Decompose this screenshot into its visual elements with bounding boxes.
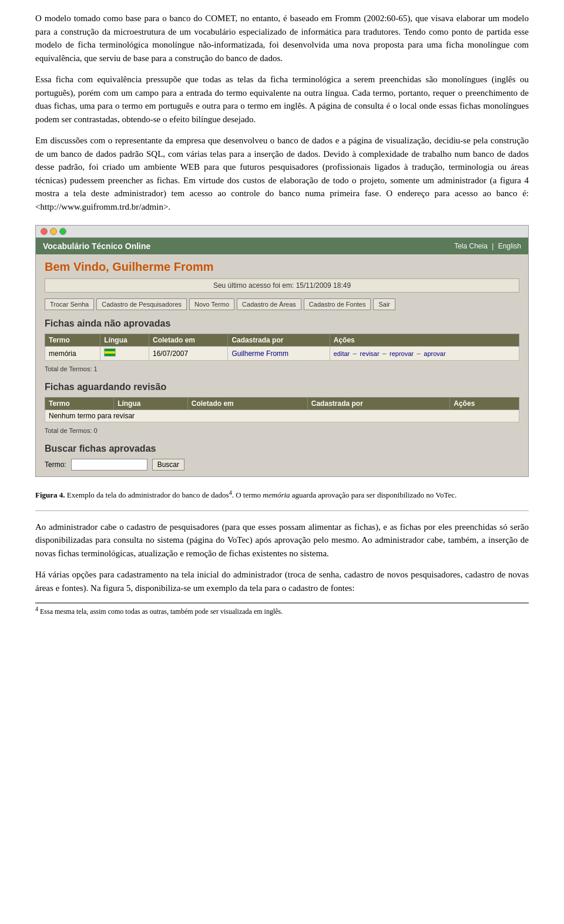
- col-termo: Termo: [45, 398, 114, 410]
- figure-caption: Figura 4. Exemplo da tela do administrad…: [35, 489, 529, 501]
- novo-termo-button[interactable]: Novo Termo: [189, 298, 234, 310]
- reprovar-link[interactable]: reprovar: [390, 350, 414, 357]
- paragraph-after-1: Ao administrador cabe o cadastro de pesq…: [35, 520, 529, 560]
- cadastro-pesquisadores-button[interactable]: Cadastro de Pesquisadores: [96, 298, 187, 310]
- cell-termo: memória: [45, 347, 100, 361]
- header-links: Tela Cheia | English: [454, 242, 521, 250]
- buscar-button[interactable]: Buscar: [152, 459, 184, 471]
- paragraph-2: Essa ficha com equivalência pressupõe qu…: [35, 73, 529, 126]
- flag-brazil-icon: [104, 348, 116, 357]
- fichas-nao-aprovadas-table: Termo Língua Coletado em Cadastrada por …: [45, 334, 519, 361]
- aprovar-link[interactable]: aprovar: [424, 350, 445, 357]
- cell-no-terms: Nenhum termo para revisar: [45, 410, 519, 422]
- buscar-row: Termo: Buscar: [45, 459, 519, 471]
- figure-italic-term: memória: [263, 490, 290, 499]
- divider: [35, 510, 529, 511]
- action-sep-1: –: [353, 350, 359, 358]
- footnote-content: Essa mesma tela, assim como todas as out…: [40, 607, 283, 616]
- col-acoes: Ações: [330, 334, 519, 347]
- maximize-window-btn[interactable]: [59, 228, 66, 235]
- section1-title: Fichas ainda não aprovadas: [45, 318, 519, 329]
- main-text-after: Ao administrador cabe o cadastro de pesq…: [35, 520, 529, 595]
- col-lingua: Língua: [100, 334, 149, 347]
- buscar-input[interactable]: [71, 459, 147, 471]
- table-row: Nenhum termo para revisar: [45, 410, 519, 422]
- site-header: Vocabulário Técnico Online Tela Cheia | …: [36, 238, 528, 254]
- window-controls: [41, 228, 66, 235]
- english-link[interactable]: English: [498, 242, 521, 250]
- col-acoes: Ações: [450, 398, 519, 410]
- section1-total: Total de Termos: 1: [45, 364, 519, 374]
- editar-link[interactable]: editar: [334, 350, 350, 357]
- site-title: Vocabulário Técnico Online: [43, 241, 150, 251]
- browser-titlebar: [36, 226, 528, 238]
- browser-content: Vocabulário Técnico Online Tela Cheia | …: [36, 238, 528, 476]
- buscar-label: Termo:: [45, 461, 66, 469]
- cell-coletado: 16/07/2007: [149, 347, 228, 361]
- tela-cheia-link[interactable]: Tela Cheia: [454, 242, 488, 250]
- cell-cadastrada: Guilherme Fromm: [228, 347, 330, 361]
- revisar-link[interactable]: revisar: [360, 350, 380, 357]
- footnote-text: 4 Essa mesma tela, assim como todas as o…: [35, 606, 529, 616]
- last-access-info: Seu último acesso foi em: 15/11/2009 18:…: [45, 278, 519, 293]
- col-cadastrada: Cadastrada por: [307, 398, 450, 410]
- section2-title: Fichas aguardando revisão: [45, 382, 519, 392]
- table-header-row: Termo Língua Coletado em Cadastrada por …: [45, 398, 519, 410]
- col-cadastrada: Cadastrada por: [228, 334, 330, 347]
- cell-lingua: [100, 347, 149, 361]
- cadastro-areas-button[interactable]: Cadastro de Áreas: [237, 298, 301, 310]
- welcome-heading: Bem Vindo, Guilherme Fromm: [45, 260, 519, 274]
- cell-acoes: editar – revisar – reprovar – aprovar: [330, 347, 519, 361]
- footnote-ref: 4: [229, 489, 232, 496]
- close-window-btn[interactable]: [41, 228, 48, 235]
- paragraph-3: Em discussões com o representante da emp…: [35, 134, 529, 213]
- fichas-aguardando-table: Termo Língua Coletado em Cadastrada por …: [45, 397, 519, 422]
- figure-number: Figura 4.: [35, 490, 65, 499]
- col-coletado: Coletado em: [149, 334, 228, 347]
- trocar-senha-button[interactable]: Trocar Senha: [45, 298, 94, 310]
- site-wrapper: Vocabulário Técnico Online Tela Cheia | …: [36, 238, 528, 476]
- action-sep-2: –: [382, 350, 388, 358]
- browser-window: Vocabulário Técnico Online Tela Cheia | …: [35, 225, 529, 477]
- main-text-body: O modelo tomado como base para o banco d…: [35, 12, 529, 213]
- col-lingua: Língua: [114, 398, 188, 410]
- col-coletado: Coletado em: [187, 398, 307, 410]
- minimize-window-btn[interactable]: [50, 228, 57, 235]
- link-separator: |: [492, 242, 494, 250]
- section2-total: Total de Termos: 0: [45, 426, 519, 435]
- figure-text: Exemplo da tela do administrador do banc…: [67, 490, 457, 499]
- cadastro-fontes-button[interactable]: Cadastro de Fontes: [304, 298, 371, 310]
- footnote-number: 4: [35, 606, 38, 612]
- nav-buttons-bar: Trocar Senha Cadastro de Pesquisadores N…: [45, 298, 519, 310]
- sair-button[interactable]: Sair: [373, 298, 395, 310]
- section3-title: Buscar fichas aprovadas: [45, 443, 519, 454]
- col-termo: Termo: [45, 334, 100, 347]
- paragraph-1: O modelo tomado como base para o banco d…: [35, 12, 529, 65]
- paragraph-after-2: Há várias opções para cadastramento na t…: [35, 568, 529, 594]
- footnote-section: 4 Essa mesma tela, assim como todas as o…: [35, 603, 529, 616]
- table-row: memória 16/07/2007 Guilherme Fromm edita…: [45, 347, 519, 361]
- table-header-row: Termo Língua Coletado em Cadastrada por …: [45, 334, 519, 347]
- site-body: Bem Vindo, Guilherme Fromm Seu último ac…: [36, 254, 528, 476]
- action-sep-3: –: [417, 350, 422, 358]
